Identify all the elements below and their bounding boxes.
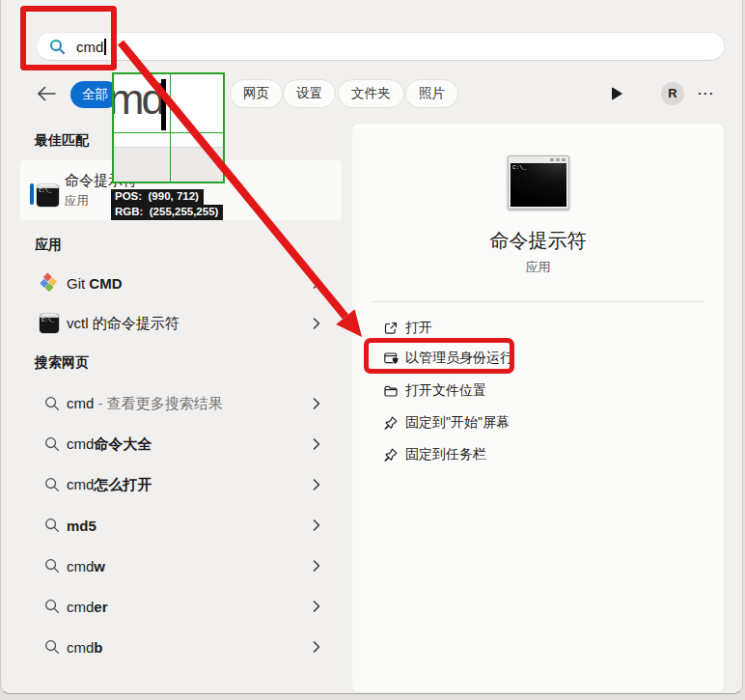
preview-subtitle: 应用 bbox=[352, 259, 724, 276]
more-options-button[interactable]: ··· bbox=[695, 83, 718, 106]
tab-settings[interactable]: 设置 bbox=[283, 79, 336, 108]
play-icon[interactable] bbox=[612, 87, 622, 100]
pixel-magnifier-overlay: md bbox=[112, 72, 225, 183]
search-suggestion-icon bbox=[44, 599, 60, 614]
suggestion-label: cmd - 查看更多搜索结果 bbox=[67, 395, 223, 413]
search-suggestion-icon bbox=[44, 477, 60, 492]
chevron-right-icon[interactable] bbox=[313, 277, 320, 290]
suggestion-label: cmdb bbox=[67, 639, 103, 656]
chevron-right-icon[interactable] bbox=[313, 398, 320, 410]
web-suggestion-row[interactable]: cmd怎么打开 bbox=[1, 464, 352, 505]
web-suggestion-row[interactable]: cmd - 查看更多搜索结果 bbox=[1, 383, 352, 424]
selection-accent-bar bbox=[30, 183, 34, 205]
chevron-right-icon[interactable] bbox=[313, 601, 320, 613]
tab-folders[interactable]: 文件夹 bbox=[338, 79, 404, 108]
web-search-heading: 搜索网页 bbox=[35, 354, 89, 372]
web-suggestion-row[interactable]: cmd命令大全 bbox=[1, 424, 352, 464]
chevron-right-icon[interactable] bbox=[313, 560, 320, 573]
chevron-right-icon[interactable] bbox=[313, 519, 320, 532]
best-match-heading: 最佳匹配 bbox=[35, 132, 89, 150]
search-window: cmd 全部 网页 设置 文件夹 照片 R ··· 最佳匹配 C:\_ 命令提示… bbox=[0, 0, 743, 694]
suggestion-label: md5 bbox=[67, 518, 97, 534]
search-input[interactable]: cmd bbox=[36, 32, 725, 61]
app-result-label: vctl 的命令提示符 bbox=[67, 315, 179, 333]
chevron-right-icon[interactable] bbox=[313, 641, 320, 654]
search-suggestion-icon bbox=[44, 396, 60, 411]
web-suggestion-row[interactable]: cmdw bbox=[1, 546, 352, 586]
magnified-searchbar-edge bbox=[114, 133, 223, 147]
action-label: 打开 bbox=[405, 320, 432, 337]
best-match-subtitle: 应用 bbox=[65, 193, 89, 210]
app-result-vctl-cmd[interactable]: C:\_ vctl 的命令提示符 bbox=[1, 303, 352, 344]
back-arrow-icon bbox=[36, 85, 57, 102]
action-label: 打开文件位置 bbox=[405, 382, 486, 400]
magnifier-crosshair-horizontal bbox=[114, 132, 223, 133]
action-label: 固定到"开始"屏幕 bbox=[405, 414, 510, 432]
suggestion-label: cmder bbox=[67, 599, 108, 615]
action-open-file-location[interactable]: 打开文件位置 bbox=[352, 377, 726, 406]
preview-panel: C:\_ 命令提示符 应用 打开 以管理员身份运行 bbox=[351, 123, 725, 693]
back-button[interactable] bbox=[36, 85, 57, 102]
app-result-git-cmd[interactable]: Git CMD bbox=[1, 263, 352, 303]
action-label: 固定到任务栏 bbox=[405, 446, 486, 463]
search-suggestion-icon bbox=[44, 518, 60, 533]
web-suggestion-row[interactable]: cmdb bbox=[1, 627, 352, 667]
pixel-rgb-label: RGB: (255,255,255) bbox=[111, 205, 223, 220]
chevron-right-icon[interactable] bbox=[313, 438, 320, 451]
search-suggestion-icon bbox=[44, 639, 60, 655]
annotation-box-search bbox=[20, 6, 117, 70]
preview-title: 命令提示符 bbox=[352, 228, 724, 254]
cursor-position-label: POS: (990, 712) bbox=[111, 189, 204, 205]
tab-web[interactable]: 网页 bbox=[230, 79, 283, 108]
tab-photos[interactable]: 照片 bbox=[405, 79, 458, 108]
git-cmd-icon bbox=[40, 272, 61, 294]
chevron-right-icon[interactable] bbox=[313, 318, 320, 330]
open-icon bbox=[383, 321, 399, 336]
app-result-label: Git CMD bbox=[67, 275, 123, 292]
cmd-window-icon: C:\_ bbox=[508, 155, 569, 210]
search-suggestion-icon bbox=[44, 558, 60, 574]
suggestion-label: cmd怎么打开 bbox=[67, 476, 152, 494]
web-suggestion-row[interactable]: cmder bbox=[1, 586, 352, 627]
account-avatar[interactable]: R bbox=[661, 82, 684, 105]
apps-heading: 应用 bbox=[35, 237, 62, 254]
magnified-background bbox=[114, 147, 223, 182]
magnified-text-cursor bbox=[161, 79, 166, 130]
action-pin-to-taskbar[interactable]: 固定到任务栏 bbox=[352, 440, 726, 469]
pin-icon bbox=[383, 447, 399, 462]
folder-icon bbox=[383, 383, 399, 399]
magnified-text: md bbox=[114, 74, 163, 125]
action-pin-to-start[interactable]: 固定到"开始"屏幕 bbox=[352, 408, 726, 437]
divider bbox=[372, 301, 704, 302]
suggestion-label: cmd命令大全 bbox=[67, 435, 152, 454]
cmd-app-icon: C:\_ bbox=[40, 314, 59, 333]
search-suggestion-icon bbox=[44, 436, 60, 452]
web-suggestion-row[interactable]: md5 bbox=[1, 505, 352, 546]
windows-search-flyout: cmd 全部 网页 设置 文件夹 照片 R ··· 最佳匹配 C:\_ 命令提示… bbox=[0, 0, 745, 700]
chevron-right-icon[interactable] bbox=[313, 479, 320, 491]
magnifier-crosshair-vertical bbox=[170, 74, 171, 182]
annotation-box-run-as-admin bbox=[364, 338, 514, 374]
pin-icon bbox=[383, 415, 399, 431]
cmd-app-icon: C:\_ bbox=[37, 184, 59, 207]
pixel-inspector-readout: POS: (990, 712) RGB: (255,255,255) bbox=[111, 189, 223, 220]
suggestion-label: cmdw bbox=[67, 558, 105, 574]
